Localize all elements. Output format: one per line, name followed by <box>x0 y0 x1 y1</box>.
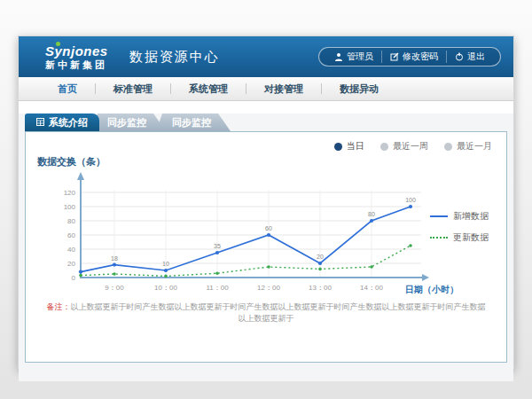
change-password-button[interactable]: 修改密码 <box>381 51 446 63</box>
y-axis-title: 数据交换（条） <box>37 155 106 168</box>
svg-text:11：00: 11：00 <box>206 284 229 292</box>
admin-user-button[interactable]: 管理员 <box>326 51 381 63</box>
chart-legend: 新增数据 更新数据 <box>430 210 489 253</box>
svg-text:12：00: 12：00 <box>257 284 280 292</box>
period-radio-group: 当日 最近一周 最近一月 <box>334 140 492 153</box>
svg-text:80: 80 <box>368 211 375 217</box>
footnote: 备注：以上数据更新于时间产生数据以上数据更新于时间产生数据以上数据更新于时间产生… <box>26 301 506 325</box>
svg-text:20: 20 <box>317 254 324 260</box>
nav-item-integration-mgmt[interactable]: 对接管理 <box>246 82 321 96</box>
tab-sync-monitor-1[interactable]: 同步监控 <box>91 113 166 131</box>
radio-dot-icon <box>380 143 388 151</box>
logo-leaf-accent <box>56 42 60 46</box>
svg-text:13：00: 13：00 <box>309 284 332 292</box>
footnote-prefix: 备注： <box>47 302 71 311</box>
nav-item-data-changes[interactable]: 数据异动 <box>322 82 396 96</box>
svg-text:120: 120 <box>64 189 76 197</box>
line-chart: 0204060801001209：0010：0011：0012：0013：001… <box>45 169 462 302</box>
dotted-line-swatch-icon <box>430 237 448 239</box>
logout-icon <box>455 52 464 61</box>
radio-today[interactable]: 当日 <box>334 140 364 153</box>
svg-text:80: 80 <box>67 217 75 225</box>
footnote-text: 以上数据更新于时间产生数据以上数据更新于时间产生数据以上数据更新于时间产生数据以… <box>71 302 486 323</box>
nav-item-system-mgmt[interactable]: 系统管理 <box>171 82 246 96</box>
radio-dot-icon <box>334 143 342 151</box>
header: Synjones 新中新集团 数据资源中心 管理员 修改密码 退出 <box>19 36 513 77</box>
radio-last-month[interactable]: 最近一月 <box>444 140 492 153</box>
svg-text:0: 0 <box>72 274 76 282</box>
user-icon <box>334 52 343 61</box>
app-window: Synjones 新中新集团 数据资源中心 管理员 修改密码 退出 首页 标准管… <box>18 35 514 369</box>
nav-item-standard-mgmt[interactable]: 标准管理 <box>96 82 170 96</box>
svg-text:14：00: 14：00 <box>360 284 383 292</box>
nav-item-home[interactable]: 首页 <box>40 82 95 96</box>
tab-system-intro[interactable]: 系统介绍 <box>25 113 99 131</box>
svg-text:10：00: 10：00 <box>154 284 177 292</box>
solid-line-swatch-icon <box>430 215 448 217</box>
main-nav: 首页 标准管理 系统管理 对接管理 数据异动 <box>19 77 513 101</box>
chart-canvas: 0204060801001209：0010：0011：0012：0013：001… <box>45 169 462 302</box>
logo-company-name: 新中新集团 <box>45 60 108 70</box>
svg-text:100: 100 <box>405 197 416 203</box>
svg-text:60: 60 <box>265 225 272 231</box>
page-title: 数据资源中心 <box>129 49 220 66</box>
edit-icon <box>390 52 399 61</box>
logo-brand-text: Synjones <box>45 44 108 58</box>
logout-button[interactable]: 退出 <box>446 51 493 63</box>
svg-text:18: 18 <box>111 255 118 262</box>
legend-item-new-data[interactable]: 新增数据 <box>430 210 489 223</box>
user-menu: 管理员 修改密码 退出 <box>318 47 501 66</box>
tab-bar: 系统介绍 同步监控 同步监控 <box>25 113 513 131</box>
content-area: 系统介绍 同步监控 同步监控 当日 最近一周 最近一月 数据交换 <box>19 113 513 381</box>
svg-text:60: 60 <box>67 231 75 239</box>
radio-last-week[interactable]: 最近一周 <box>380 140 428 153</box>
svg-text:35: 35 <box>214 243 221 249</box>
grid-icon <box>36 118 44 128</box>
svg-text:20: 20 <box>67 260 75 268</box>
svg-text:10: 10 <box>162 261 169 267</box>
legend-item-updated-data[interactable]: 更新数据 <box>430 231 489 244</box>
svg-text:日期（小时）: 日期（小时） <box>405 285 458 294</box>
radio-dot-icon <box>444 143 452 151</box>
svg-text:40: 40 <box>67 246 75 254</box>
chart-panel: 当日 最近一周 最近一月 数据交换（条） 0204060801001209：00… <box>25 131 507 363</box>
company-logo[interactable]: Synjones 新中新集团 <box>45 44 108 70</box>
svg-text:9：00: 9：00 <box>105 284 124 292</box>
svg-text:100: 100 <box>64 203 76 211</box>
tab-sync-monitor-2[interactable]: 同步监控 <box>156 113 231 131</box>
